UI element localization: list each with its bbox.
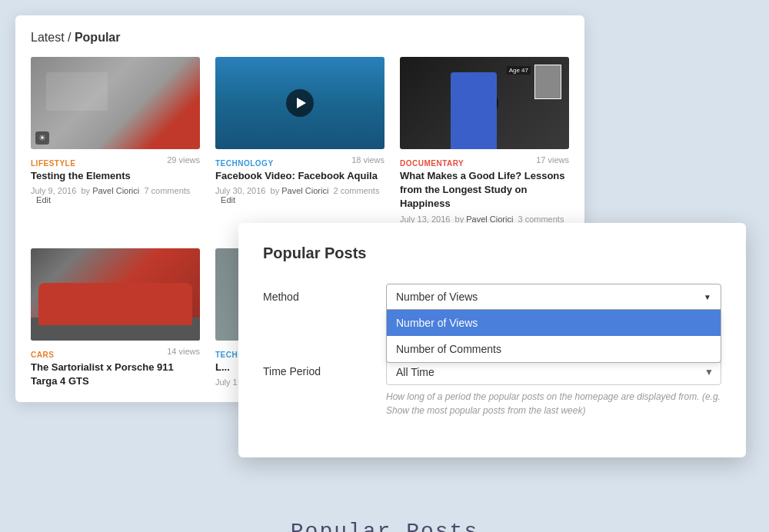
method-selected-value: Number of Views [396,291,478,303]
post-item-3: Age 47 DOCUMENTARY 17 views What Makes a… [400,57,569,233]
chevron-down-icon: ▼ [704,293,711,301]
ted-speaker-shape [451,72,497,149]
time-period-select[interactable]: All Time Last Week Last Month Last Year [386,359,721,385]
method-row: Method Number of Views ▼ Number of Views… [263,284,721,310]
post-item-2: TECHNOLOGY 18 views Facebook Video: Face… [215,57,384,233]
car-body-shape [38,283,192,325]
post-thumbnail-2 [215,57,384,149]
modal-title: Popular Posts [263,244,721,262]
author-link-2[interactable]: Pavel Ciorici [281,186,328,195]
method-dropdown-list: Number of Views Number of Comments [386,310,721,363]
post-thumbnail-3: Age 47 [400,57,569,149]
post-category-4: CARS 14 views [31,347,200,361]
time-period-row: Time Period All Time Last Week Last Mont… [263,359,721,417]
edit-link-2[interactable]: Edit [221,195,235,204]
author-link-1[interactable]: Pavel Ciorici [92,186,139,195]
title-bold: Popular [75,31,121,44]
category-label-1: LIFESTYLE [31,159,75,168]
bottom-title: Popular Posts [291,520,478,532]
blog-card-title: Latest / Popular [31,31,569,45]
play-button-2[interactable] [286,89,314,117]
method-option-views[interactable]: Number of Views [387,310,721,336]
title-prefix: Latest / [31,31,75,44]
post-category-2: TECHNOLOGY 18 views [215,155,384,169]
posts-grid: ☀ LIFESTYLE 29 views Testing the Element… [31,57,569,233]
views-count-2: 18 views [351,155,384,165]
ted-photo-shape [534,65,561,99]
category-label-2: TECHNOLOGY [215,159,274,168]
post-title-1: Testing the Elements [31,169,200,183]
method-dropdown[interactable]: Number of Views ▼ Number of Views Number… [386,284,721,310]
post-title-4: The Sartorialist x Porsche 911 Targa 4 G… [31,361,200,387]
time-period-label: Time Period [263,359,386,377]
edit-link-1[interactable]: Edit [36,195,51,204]
camera-icon: ☀ [35,131,49,145]
time-period-help-text: How long of a period the popular posts o… [386,390,721,417]
post-title-3: What Makes a Good Life? Lessons from the… [400,169,569,211]
post-item-1: ☀ LIFESTYLE 29 views Testing the Element… [31,57,200,233]
views-count-4: 14 views [167,347,200,356]
post-title-2: Facebook Video: Facebook Aquila [215,169,384,183]
age-label: Age 47 [507,66,531,75]
post-thumbnail-1: ☀ [31,57,200,149]
category-label-3: DOCUMENTARY [400,159,464,168]
post-category-1: LIFESTYLE 29 views [31,155,200,169]
post-item-4: CARS 14 views The Sartorialist x Porsche… [31,248,200,387]
popular-posts-modal: Popular Posts Method Number of Views ▼ N… [238,223,746,457]
post-meta-2: July 30, 2016 by Pavel Ciorici 2 comment… [215,186,384,204]
method-label: Method [263,291,386,303]
author-link-3[interactable]: Pavel Ciorici [466,214,513,224]
category-label-4: CARS [31,351,54,359]
post-thumbnail-4 [31,248,200,341]
method-dropdown-trigger[interactable]: Number of Views ▼ [386,284,721,310]
views-count-1: 29 views [167,155,200,165]
post-category-3: DOCUMENTARY 17 views [400,155,569,169]
car-detail [46,72,108,111]
views-count-3: 17 views [536,155,569,165]
method-control: Number of Views ▼ Number of Views Number… [386,284,721,310]
time-period-control: All Time Last Week Last Month Last Year … [386,359,721,417]
method-option-comments[interactable]: Number of Comments [387,336,721,362]
post-meta-1: July 9, 2016 by Pavel Ciorici 7 comments… [31,186,200,204]
time-period-select-wrapper: All Time Last Week Last Month Last Year … [386,359,721,385]
